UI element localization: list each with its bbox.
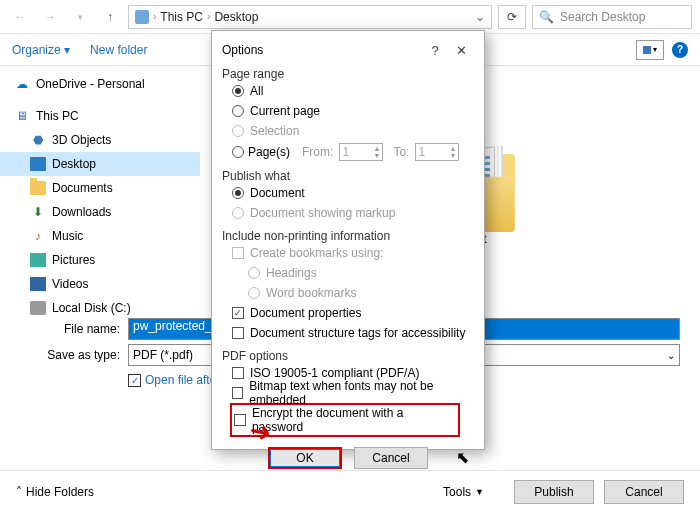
address-dropdown-icon[interactable]: ⌄ <box>475 10 485 24</box>
radio-currentpage[interactable]: Current page <box>222 101 474 121</box>
downloads-icon: ⬇ <box>30 205 46 219</box>
radio-document[interactable]: Document <box>222 183 474 203</box>
help-icon[interactable]: ? <box>672 42 688 58</box>
radio-all[interactable]: All <box>222 81 474 101</box>
chevron-right-icon: › <box>207 11 210 22</box>
search-input[interactable]: 🔍 Search Desktop <box>532 5 692 29</box>
pictures-icon <box>30 253 46 267</box>
group-pagerange: Page range <box>222 67 474 81</box>
chk-bitmap[interactable]: Bitmap text when fonts may not be embedd… <box>222 383 474 403</box>
radio-icon <box>248 267 260 279</box>
highlight-encrypt: Encrypt the document with a password <box>230 403 460 437</box>
chevron-down-icon: ⌄ <box>667 350 675 361</box>
tree-desktop[interactable]: Desktop <box>0 152 200 176</box>
pc-icon: 🖥 <box>14 109 30 123</box>
radio-pages[interactable] <box>232 146 244 158</box>
nav-tree: ☁OneDrive - Personal 🖥This PC ⬣3D Object… <box>0 66 200 316</box>
tree-pictures[interactable]: Pictures <box>0 248 200 272</box>
chk-createbm: Create bookmarks using: <box>222 243 474 263</box>
organize-menu[interactable]: Organize ▾ <box>12 43 70 57</box>
radio-icon <box>232 187 244 199</box>
to-label: To: <box>393 145 409 159</box>
group-pdfopts: PDF options <box>222 349 474 363</box>
videos-icon <box>30 277 46 291</box>
back-button[interactable]: ← <box>8 5 32 29</box>
objects3d-icon: ⬣ <box>30 133 46 147</box>
checkbox-icon <box>232 327 244 339</box>
search-placeholder: Search Desktop <box>560 10 645 24</box>
radio-icon <box>232 85 244 97</box>
checkbox-icon <box>232 307 244 319</box>
tree-downloads[interactable]: ⬇Downloads <box>0 200 200 224</box>
tree-music[interactable]: ♪Music <box>0 224 200 248</box>
dialog-help-icon[interactable]: ? <box>422 43 448 58</box>
folder-icon <box>30 181 46 195</box>
chevron-right-icon: › <box>153 11 156 22</box>
music-icon: ♪ <box>30 229 46 243</box>
to-spinner[interactable]: 1▲▼ <box>415 143 459 161</box>
address-bar[interactable]: › This PC › Desktop ⌄ <box>128 5 492 29</box>
tree-thispc[interactable]: 🖥This PC <box>0 104 200 128</box>
breadcrumb-thispc[interactable]: This PC <box>160 10 203 24</box>
radio-icon <box>232 105 244 117</box>
publish-button[interactable]: Publish <box>514 480 594 504</box>
cloud-icon: ☁ <box>14 77 30 91</box>
chevron-up-icon: ˄ <box>16 485 22 499</box>
tree-localdisk[interactable]: Local Disk (C:) <box>0 296 200 320</box>
forward-button[interactable]: → <box>38 5 62 29</box>
from-spinner[interactable]: 1▲▼ <box>339 143 383 161</box>
tree-3dobjects[interactable]: ⬣3D Objects <box>0 128 200 152</box>
checkbox-icon <box>232 367 244 379</box>
dialog-title: Options <box>222 43 422 57</box>
checkbox-icon <box>232 247 244 259</box>
chk-encrypt[interactable] <box>234 414 246 426</box>
tree-onedrive[interactable]: ☁OneDrive - Personal <box>0 72 200 96</box>
tools-menu[interactable]: Tools▼ <box>443 485 484 499</box>
saveastype-label: Save as type: <box>40 348 120 362</box>
radio-icon <box>232 207 244 219</box>
radio-wordbm: Word bookmarks <box>222 283 474 303</box>
recent-dropdown[interactable]: ▾ <box>68 5 92 29</box>
options-dialog: Options ? ✕ Page range All Current page … <box>211 30 485 450</box>
chk-docstruct[interactable]: Document structure tags for accessibilit… <box>222 323 474 343</box>
pages-label: Page(s) <box>248 145 290 159</box>
drive-icon <box>30 301 46 315</box>
search-icon: 🔍 <box>539 10 554 24</box>
from-label: From: <box>302 145 333 159</box>
dialog-cancel-button[interactable]: Cancel <box>354 447 428 469</box>
tree-documents[interactable]: Documents <box>0 176 200 200</box>
location-icon <box>135 10 149 24</box>
ok-button[interactable]: OK <box>268 447 342 469</box>
filename-label: File name: <box>40 322 120 336</box>
new-folder-button[interactable]: New folder <box>90 43 147 57</box>
view-selector[interactable]: ▾ <box>636 40 664 60</box>
desktop-icon <box>30 157 46 171</box>
chevron-down-icon: ▼ <box>475 487 484 497</box>
checkbox-icon <box>232 387 243 399</box>
tree-videos[interactable]: Videos <box>0 272 200 296</box>
hide-folders-toggle[interactable]: ˄Hide Folders <box>16 485 94 499</box>
chk-docprops[interactable]: Document properties <box>222 303 474 323</box>
radio-selection: Selection <box>222 121 474 141</box>
group-includenp: Include non-printing information <box>222 229 474 243</box>
radio-docmarkup: Document showing markup <box>222 203 474 223</box>
cancel-button[interactable]: Cancel <box>604 480 684 504</box>
radio-icon <box>232 125 244 137</box>
dialog-close-icon[interactable]: ✕ <box>448 43 474 58</box>
breadcrumb-desktop[interactable]: Desktop <box>214 10 258 24</box>
radio-headings: Headings <box>222 263 474 283</box>
radio-icon <box>248 287 260 299</box>
group-publishwhat: Publish what <box>222 169 474 183</box>
open-after-publish-checkbox[interactable]: ✓ <box>128 374 141 387</box>
refresh-button[interactable]: ⟳ <box>498 5 526 29</box>
encrypt-label: Encrypt the document with a password <box>252 406 456 434</box>
up-button[interactable]: ↑ <box>98 5 122 29</box>
